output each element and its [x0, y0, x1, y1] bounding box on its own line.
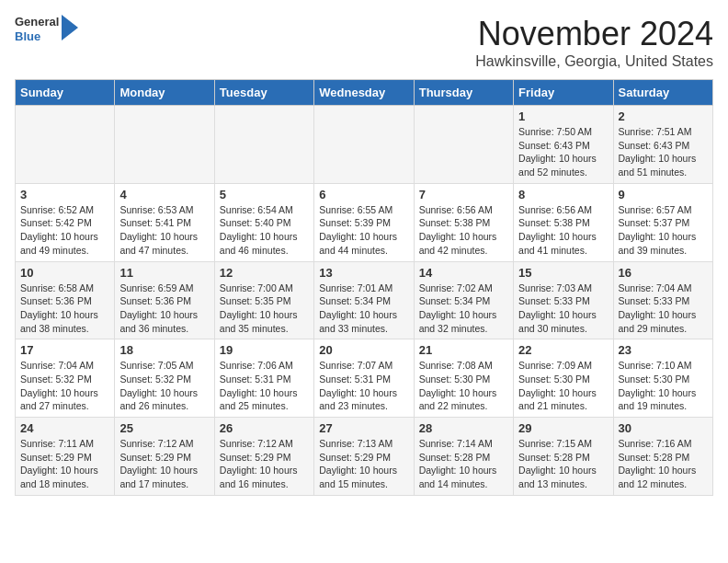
- calendar-cell: 21Sunrise: 7:08 AM Sunset: 5:30 PM Dayli…: [414, 339, 513, 418]
- day-number: 10: [20, 266, 109, 280]
- calendar-cell: 16Sunrise: 7:04 AM Sunset: 5:33 PM Dayli…: [613, 261, 712, 339]
- calendar-cell: 8Sunrise: 6:56 AM Sunset: 5:38 PM Daylig…: [514, 183, 613, 261]
- col-header-thursday: Thursday: [414, 80, 513, 106]
- day-number: 30: [619, 421, 708, 435]
- col-header-monday: Monday: [115, 80, 214, 106]
- calendar-cell: 2Sunrise: 7:51 AM Sunset: 6:43 PM Daylig…: [613, 106, 712, 184]
- day-number: 23: [619, 343, 708, 357]
- calendar-cell: 5Sunrise: 6:54 AM Sunset: 5:40 PM Daylig…: [214, 183, 313, 261]
- calendar-cell: 25Sunrise: 7:12 AM Sunset: 5:29 PM Dayli…: [115, 418, 214, 496]
- day-number: 19: [220, 343, 309, 357]
- calendar-cell: 23Sunrise: 7:10 AM Sunset: 5:30 PM Dayli…: [613, 339, 712, 418]
- calendar-cell: 1Sunrise: 7:50 AM Sunset: 6:43 PM Daylig…: [514, 106, 613, 184]
- calendar-week-2: 3Sunrise: 6:52 AM Sunset: 5:42 PM Daylig…: [16, 183, 713, 261]
- col-header-tuesday: Tuesday: [214, 80, 313, 106]
- logo-text: General Blue: [15, 15, 59, 43]
- day-info: Sunrise: 7:05 AM Sunset: 5:32 PM Dayligh…: [119, 359, 209, 413]
- day-number: 15: [518, 266, 608, 280]
- calendar-cell: 28Sunrise: 7:14 AM Sunset: 5:28 PM Dayli…: [414, 418, 513, 496]
- day-number: 3: [20, 188, 109, 201]
- day-info: Sunrise: 7:12 AM Sunset: 5:29 PM Dayligh…: [119, 437, 209, 491]
- calendar-cell: 3Sunrise: 6:52 AM Sunset: 5:42 PM Daylig…: [16, 183, 115, 261]
- day-number: 16: [619, 266, 708, 280]
- col-header-friday: Friday: [514, 80, 613, 106]
- day-info: Sunrise: 7:07 AM Sunset: 5:31 PM Dayligh…: [319, 359, 408, 413]
- day-info: Sunrise: 7:50 AM Sunset: 6:43 PM Dayligh…: [518, 125, 608, 179]
- calendar-cell: 19Sunrise: 7:06 AM Sunset: 5:31 PM Dayli…: [214, 339, 313, 418]
- day-info: Sunrise: 6:56 AM Sunset: 5:38 PM Dayligh…: [518, 203, 608, 258]
- day-info: Sunrise: 6:56 AM Sunset: 5:38 PM Dayligh…: [419, 203, 508, 258]
- day-info: Sunrise: 6:58 AM Sunset: 5:36 PM Dayligh…: [20, 282, 109, 336]
- day-number: 4: [119, 188, 209, 201]
- day-number: 14: [419, 266, 508, 280]
- day-info: Sunrise: 7:16 AM Sunset: 5:28 PM Dayligh…: [619, 437, 708, 491]
- calendar-cell: [16, 106, 115, 184]
- day-number: 8: [518, 188, 608, 201]
- calendar-week-3: 10Sunrise: 6:58 AM Sunset: 5:36 PM Dayli…: [16, 261, 713, 339]
- calendar-cell: 24Sunrise: 7:11 AM Sunset: 5:29 PM Dayli…: [16, 418, 115, 496]
- calendar-week-1: 1Sunrise: 7:50 AM Sunset: 6:43 PM Daylig…: [16, 106, 713, 184]
- day-number: 5: [220, 188, 309, 201]
- logo-blue: Blue: [15, 29, 59, 44]
- day-info: Sunrise: 7:10 AM Sunset: 5:30 PM Dayligh…: [619, 359, 708, 413]
- day-info: Sunrise: 7:00 AM Sunset: 5:35 PM Dayligh…: [220, 282, 309, 336]
- day-info: Sunrise: 7:13 AM Sunset: 5:29 PM Dayligh…: [319, 437, 408, 491]
- day-info: Sunrise: 7:04 AM Sunset: 5:33 PM Dayligh…: [619, 282, 708, 336]
- day-number: 26: [220, 421, 309, 435]
- day-number: 12: [220, 266, 309, 280]
- day-number: 17: [20, 343, 109, 357]
- day-info: Sunrise: 7:01 AM Sunset: 5:34 PM Dayligh…: [319, 282, 408, 336]
- day-number: 11: [119, 266, 209, 280]
- day-info: Sunrise: 6:59 AM Sunset: 5:36 PM Dayligh…: [119, 282, 209, 336]
- calendar-cell: 17Sunrise: 7:04 AM Sunset: 5:32 PM Dayli…: [16, 339, 115, 418]
- day-number: 9: [619, 188, 708, 201]
- day-number: 29: [518, 421, 608, 435]
- day-number: 21: [419, 343, 508, 357]
- day-number: 1: [518, 109, 608, 123]
- day-number: 20: [319, 343, 408, 357]
- calendar-cell: 9Sunrise: 6:57 AM Sunset: 5:37 PM Daylig…: [613, 183, 712, 261]
- day-number: 18: [119, 343, 209, 357]
- calendar-cell: 20Sunrise: 7:07 AM Sunset: 5:31 PM Dayli…: [314, 339, 414, 418]
- day-number: 22: [518, 343, 608, 357]
- day-info: Sunrise: 7:14 AM Sunset: 5:28 PM Dayligh…: [419, 437, 508, 491]
- logo: General Blue: [15, 15, 78, 43]
- col-header-wednesday: Wednesday: [314, 80, 414, 106]
- calendar-cell: 10Sunrise: 6:58 AM Sunset: 5:36 PM Dayli…: [16, 261, 115, 339]
- title-section: November 2024 Hawkinsville, Georgia, Uni…: [475, 15, 713, 70]
- day-number: 13: [319, 266, 408, 280]
- day-info: Sunrise: 6:54 AM Sunset: 5:40 PM Dayligh…: [220, 203, 309, 258]
- day-number: 7: [419, 188, 508, 201]
- day-info: Sunrise: 7:09 AM Sunset: 5:30 PM Dayligh…: [518, 359, 608, 413]
- calendar-cell: [115, 106, 214, 184]
- calendar-cell: 27Sunrise: 7:13 AM Sunset: 5:29 PM Dayli…: [314, 418, 414, 496]
- calendar-cell: 15Sunrise: 7:03 AM Sunset: 5:33 PM Dayli…: [514, 261, 613, 339]
- day-info: Sunrise: 7:15 AM Sunset: 5:28 PM Dayligh…: [518, 437, 608, 491]
- calendar-cell: 30Sunrise: 7:16 AM Sunset: 5:28 PM Dayli…: [613, 418, 712, 496]
- calendar-cell: 14Sunrise: 7:02 AM Sunset: 5:34 PM Dayli…: [414, 261, 513, 339]
- calendar-cell: [214, 106, 313, 184]
- day-info: Sunrise: 6:53 AM Sunset: 5:41 PM Dayligh…: [119, 203, 209, 258]
- day-number: 24: [20, 421, 109, 435]
- calendar-cell: 4Sunrise: 6:53 AM Sunset: 5:41 PM Daylig…: [115, 183, 214, 261]
- calendar-header-row: SundayMondayTuesdayWednesdayThursdayFrid…: [16, 80, 713, 106]
- day-info: Sunrise: 7:02 AM Sunset: 5:34 PM Dayligh…: [419, 282, 508, 336]
- day-info: Sunrise: 6:57 AM Sunset: 5:37 PM Dayligh…: [619, 203, 708, 258]
- page-header: General Blue November 2024 Hawkinsville,…: [15, 15, 713, 70]
- day-info: Sunrise: 7:04 AM Sunset: 5:32 PM Dayligh…: [20, 359, 109, 413]
- day-number: 6: [319, 188, 408, 201]
- calendar-cell: 12Sunrise: 7:00 AM Sunset: 5:35 PM Dayli…: [214, 261, 313, 339]
- day-number: 28: [419, 421, 508, 435]
- calendar-table: SundayMondayTuesdayWednesdayThursdayFrid…: [15, 79, 713, 496]
- col-header-sunday: Sunday: [16, 80, 115, 106]
- day-info: Sunrise: 7:12 AM Sunset: 5:29 PM Dayligh…: [220, 437, 309, 491]
- logo-arrow-icon: [62, 15, 78, 40]
- day-info: Sunrise: 7:06 AM Sunset: 5:31 PM Dayligh…: [220, 359, 309, 413]
- calendar-week-4: 17Sunrise: 7:04 AM Sunset: 5:32 PM Dayli…: [16, 339, 713, 418]
- day-info: Sunrise: 7:03 AM Sunset: 5:33 PM Dayligh…: [518, 282, 608, 336]
- calendar-cell: 26Sunrise: 7:12 AM Sunset: 5:29 PM Dayli…: [214, 418, 313, 496]
- day-info: Sunrise: 6:55 AM Sunset: 5:39 PM Dayligh…: [319, 203, 408, 258]
- day-number: 25: [119, 421, 209, 435]
- logo-general: General: [15, 15, 59, 29]
- calendar-cell: 18Sunrise: 7:05 AM Sunset: 5:32 PM Dayli…: [115, 339, 214, 418]
